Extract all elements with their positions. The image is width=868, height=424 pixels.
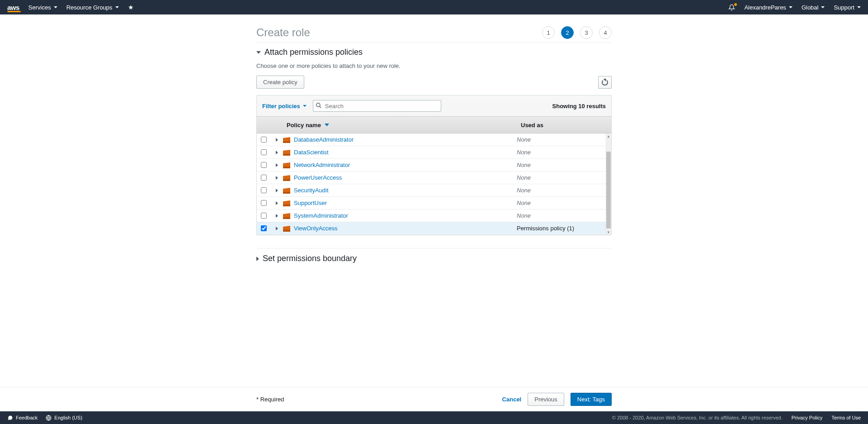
policy-name-link[interactable]: PowerUserAccess	[294, 174, 342, 181]
policies-panel: Filter policies Showing 10 results	[256, 95, 612, 235]
nav-account-label: AlexandrePares	[744, 4, 786, 11]
caret-right-icon	[276, 189, 278, 192]
refresh-icon	[602, 79, 608, 86]
policy-name-link[interactable]: DataScientist	[294, 149, 329, 156]
caret-right-icon	[276, 138, 278, 142]
used-as-value: None	[517, 162, 606, 168]
wizard-steps: 1234	[542, 26, 612, 39]
policy-icon	[283, 162, 290, 168]
table-row: PowerUserAccessNone	[257, 172, 611, 184]
nav-resource-groups-label: Resource Groups	[66, 4, 113, 11]
caret-right-icon	[276, 201, 278, 205]
select-policy-checkbox[interactable]	[261, 225, 267, 231]
policy-name-link[interactable]: ViewOnlyAccess	[294, 225, 338, 232]
filter-policies-dropdown[interactable]: Filter policies	[262, 103, 307, 110]
caret-down-icon	[821, 6, 825, 8]
caret-down-icon	[54, 6, 57, 8]
expand-row-button[interactable]	[270, 138, 283, 142]
notifications-icon[interactable]	[728, 4, 735, 11]
scrollbar-thumb[interactable]	[606, 152, 611, 229]
policies-table-body: DatabaseAdministratorNoneDataScientistNo…	[257, 133, 611, 235]
filter-policies-label: Filter policies	[262, 103, 300, 110]
policy-name-link[interactable]: SystemAdministrator	[294, 212, 348, 219]
attach-permissions-section: Attach permissions policies Choose one o…	[256, 43, 612, 235]
select-policy-checkbox[interactable]	[261, 137, 267, 143]
expand-row-button[interactable]	[270, 189, 283, 192]
pin-icon[interactable]: ★	[128, 4, 134, 11]
used-as-value: None	[517, 136, 606, 143]
used-as-value: None	[517, 212, 606, 219]
table-row: NetworkAdministratorNone	[257, 159, 611, 172]
search-input[interactable]	[313, 100, 441, 112]
expand-row-button[interactable]	[270, 176, 283, 180]
table-row: SystemAdministratorNone	[257, 210, 611, 222]
caret-down-icon	[789, 6, 793, 8]
table-row: SupportUserNone	[257, 197, 611, 210]
policy-name-link[interactable]: SupportUser	[294, 200, 327, 206]
policy-icon	[283, 200, 290, 206]
page-title: Create role	[256, 26, 310, 39]
nav-region[interactable]: Global	[802, 4, 825, 11]
nav-support[interactable]: Support	[834, 4, 861, 11]
scroll-down-arrow[interactable]: ▼	[606, 229, 611, 235]
nav-services[interactable]: Services	[28, 4, 57, 11]
scrollbar-track[interactable]: ▲ ▼	[606, 133, 611, 235]
expand-row-button[interactable]	[270, 151, 283, 154]
svg-point-0	[316, 103, 320, 107]
used-as-value: None	[517, 174, 606, 181]
results-count: Showing 10 results	[552, 103, 606, 110]
sort-caret-icon	[325, 124, 329, 126]
create-policy-button[interactable]: Create policy	[256, 76, 304, 89]
select-policy-checkbox[interactable]	[261, 162, 267, 168]
caret-down-icon	[256, 51, 261, 54]
boundary-section-toggle[interactable]: Set permissions boundary	[256, 248, 612, 269]
column-used-as[interactable]: Used as	[516, 122, 611, 129]
select-policy-checkbox[interactable]	[261, 200, 267, 206]
expand-row-button[interactable]	[270, 201, 283, 205]
nav-services-label: Services	[28, 4, 51, 11]
table-row: SecurityAuditNone	[257, 184, 611, 197]
svg-line-1	[320, 106, 321, 108]
nav-account[interactable]: AlexandrePares	[744, 4, 793, 11]
main-content: Create role 1234 Attach permissions poli…	[256, 14, 612, 323]
select-policy-checkbox[interactable]	[261, 149, 267, 155]
scroll-up-arrow[interactable]: ▲	[606, 133, 611, 139]
used-as-value: None	[517, 149, 606, 156]
column-policy-name[interactable]: Policy name	[283, 122, 516, 129]
policy-name-link[interactable]: DatabaseAdministrator	[294, 136, 354, 143]
table-header: Policy name Used as	[257, 116, 611, 133]
nav-resource-groups[interactable]: Resource Groups	[66, 4, 119, 11]
wizard-step-3[interactable]: 3	[580, 26, 593, 39]
expand-row-button[interactable]	[270, 214, 283, 218]
policy-name-link[interactable]: SecurityAudit	[294, 187, 329, 194]
caret-right-icon	[276, 176, 278, 180]
caret-down-icon	[857, 6, 861, 8]
wizard-step-1[interactable]: 1	[542, 26, 555, 39]
policy-name-link[interactable]: NetworkAdministrator	[294, 162, 350, 168]
attach-section-toggle[interactable]: Attach permissions policies	[256, 43, 612, 60]
wizard-step-4[interactable]: 4	[599, 26, 612, 39]
caret-down-icon	[115, 6, 119, 8]
column-policy-name-label: Policy name	[287, 122, 321, 129]
policy-icon	[283, 213, 290, 219]
select-policy-checkbox[interactable]	[261, 187, 267, 193]
expand-row-button[interactable]	[270, 163, 283, 167]
search-icon	[316, 102, 322, 110]
used-as-value: None	[517, 200, 606, 206]
caret-right-icon	[276, 227, 278, 230]
wizard-step-2[interactable]: 2	[561, 26, 574, 39]
expand-row-button[interactable]	[270, 227, 283, 230]
attach-section-desc: Choose one or more policies to attach to…	[256, 62, 612, 69]
refresh-button[interactable]	[598, 76, 612, 89]
policy-icon	[283, 175, 290, 181]
notification-dot	[734, 3, 737, 6]
select-policy-checkbox[interactable]	[261, 213, 267, 219]
aws-logo[interactable]: aws	[7, 4, 19, 11]
caret-right-icon	[276, 163, 278, 167]
select-policy-checkbox[interactable]	[261, 175, 267, 181]
table-row: DatabaseAdministratorNone	[257, 133, 611, 146]
permissions-boundary-section: Set permissions boundary	[256, 248, 612, 269]
policy-icon	[283, 137, 290, 143]
nav-region-label: Global	[802, 4, 819, 11]
column-used-as-label: Used as	[521, 122, 543, 129]
